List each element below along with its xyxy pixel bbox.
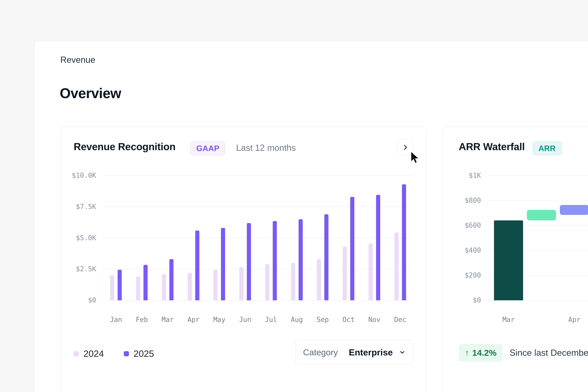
bar-2025-Sep (324, 214, 328, 300)
gridline (103, 238, 413, 238)
bar-2024-Nov (369, 244, 373, 300)
bar-2024-Jul (265, 264, 269, 300)
y-axis-label: $0 (444, 296, 481, 304)
gridline (103, 269, 413, 269)
y-axis-label: $2.5K (60, 265, 96, 273)
bar-2025-Aug (299, 219, 303, 300)
bar-2025-Dec (402, 184, 406, 300)
category-select-label: Category (303, 347, 338, 357)
legend-swatch (74, 351, 79, 356)
category-select-value: Enterprise (349, 347, 393, 358)
arr-waterfall-card: ARR Waterfall ARR $0$200$400$600$800$1KM… (443, 126, 588, 392)
x-axis-label: Mar (495, 316, 522, 324)
bar-2025-Oct (350, 197, 354, 300)
arr-waterfall-chart: $0$200$400$600$800$1KMarApr (488, 176, 588, 300)
breadcrumb: Revenue (60, 55, 95, 65)
legend-label: 2025 (134, 348, 154, 359)
delta-caption: Since last December (510, 348, 588, 358)
x-axis-label: Nov (361, 316, 388, 324)
bar-2024-Mar (162, 274, 166, 300)
legend-item-2024[interactable]: 2024 (74, 348, 104, 359)
x-axis-label: Jun (231, 316, 259, 324)
x-axis-label: Sep (309, 316, 336, 324)
revenue-card-subtitle: Last 12 months (236, 143, 296, 153)
x-axis-label: Feb (128, 316, 156, 324)
category-select[interactable]: Category Enterprise (295, 340, 413, 365)
bar-2025-Jan (118, 270, 122, 300)
y-axis-label: $5.0K (60, 234, 96, 242)
y-axis-label: $200 (444, 271, 481, 279)
x-axis-label: Mar (154, 316, 182, 324)
bar-2025-Apr (195, 230, 199, 300)
main-panel: Revenue Overview Revenue Recognition GAA… (35, 41, 588, 392)
arr-badge: ARR (532, 141, 561, 155)
bar-2025-Jun (247, 223, 251, 300)
waterfall-bar-Mar (494, 220, 523, 300)
bar-2024-May (213, 270, 218, 300)
x-axis-label: Jan (102, 316, 130, 324)
x-axis-label: Apr (560, 316, 588, 324)
gridline (103, 207, 413, 207)
revenue-chart-legend: 20242025 (74, 348, 154, 359)
gaap-badge: GAAP (191, 141, 225, 155)
revenue-recognition-card: Revenue Recognition GAAP Last 12 months … (60, 126, 427, 392)
x-axis-label: Dec (386, 316, 414, 324)
delta-badge: ↑ 14.2% (459, 344, 503, 362)
chevron-down-icon (399, 349, 406, 356)
y-axis-label: $7.5K (60, 203, 96, 210)
bar-2024-Dec (394, 232, 399, 300)
bar-2025-May (221, 228, 225, 300)
y-axis-label: $400 (444, 246, 481, 254)
bar-2025-Nov (376, 195, 380, 300)
x-axis-label: Oct (335, 316, 362, 324)
y-axis-label: $600 (444, 221, 481, 229)
chevron-right-icon (402, 144, 409, 151)
delta-value: 14.2% (472, 348, 496, 358)
gridline (103, 300, 413, 300)
bar-2024-Sep (317, 259, 321, 300)
legend-swatch (124, 351, 129, 356)
bar-2025-Feb (144, 265, 148, 300)
gridline (488, 176, 588, 176)
x-axis-label: Jul (257, 316, 285, 324)
revenue-card-title: Revenue Recognition (74, 141, 176, 152)
arr-card-title: ARR Waterfall (459, 141, 525, 152)
waterfall-bar-Apr (560, 205, 588, 215)
bar-2025-Jul (273, 221, 277, 300)
bar-2025-Mar (169, 259, 174, 300)
waterfall-bar (527, 210, 556, 220)
x-axis-label: Aug (283, 316, 311, 324)
gridline (103, 176, 413, 176)
bar-2024-Oct (343, 247, 347, 300)
y-axis-label: $800 (444, 196, 481, 204)
y-axis-label: $0 (60, 296, 96, 304)
arrow-up-icon: ↑ (465, 348, 469, 358)
bar-2024-Jan (110, 275, 114, 300)
bar-2024-Feb (136, 276, 140, 300)
bar-2024-Jun (239, 267, 243, 300)
y-axis-label: $10.0K (60, 172, 96, 179)
revenue-bar-chart: $0$2.5K$5.0K$7.5K$10.0KJanFebMarAprMayJu… (103, 176, 413, 300)
y-axis-label: $1K (444, 172, 481, 179)
page-title: Overview (60, 85, 121, 101)
bar-2024-Aug (291, 263, 295, 300)
mouse-cursor (410, 151, 421, 166)
bar-2024-Apr (188, 273, 192, 300)
x-axis-label: May (206, 316, 233, 324)
x-axis-label: Apr (180, 316, 207, 324)
legend-item-2025[interactable]: 2025 (124, 348, 154, 359)
legend-label: 2024 (84, 348, 104, 359)
gridline (488, 200, 588, 201)
